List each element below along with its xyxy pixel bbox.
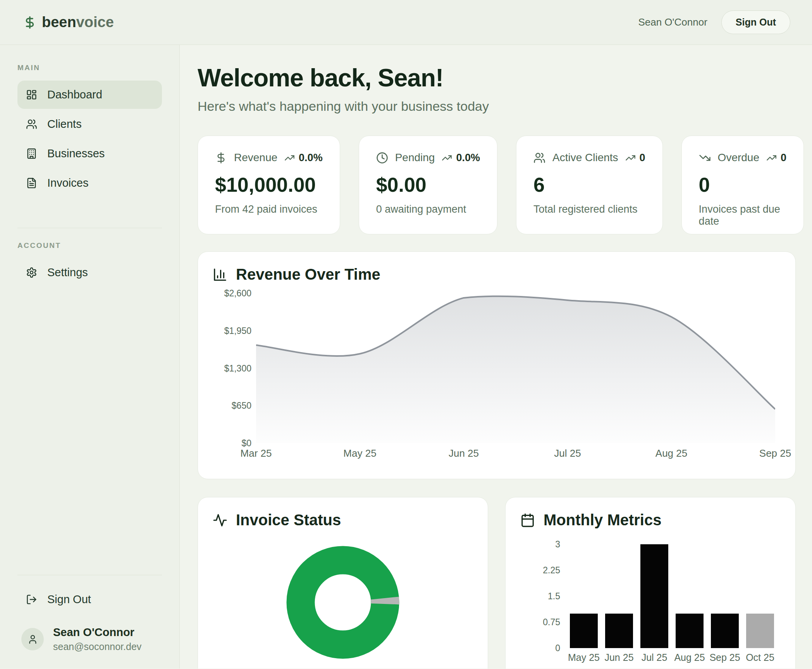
stat-label: Revenue [234,151,277,164]
x-tick-label: Sep 25 [711,652,739,663]
y-tick-label: 3 [555,539,560,550]
brand-name-secondary: voice [76,14,114,30]
building-icon [26,148,37,159]
sign-out-button[interactable]: Sign Out [721,10,790,34]
bar-oct-25 [746,614,774,648]
sidebar-user[interactable]: Sean O'Connor sean@soconnor.dev [17,626,162,652]
stat-trend-value: 0.0% [299,152,323,164]
sidebar: MAIN Dashboard Clients Businesses Invoic… [0,45,180,669]
stat-value: 6 [533,173,645,196]
bar-chart-icon [213,267,227,282]
sidebar-divider [17,575,162,575]
chart-title: Invoice Status [236,511,341,529]
avatar [21,628,44,650]
x-tick-label: Jul 25 [554,447,581,459]
y-tick-label: 0 [555,643,560,654]
user-icon [28,634,38,645]
sidebar-section-main: MAIN [17,64,162,72]
dashboard-grid-icon [26,89,37,100]
invoice-status-card: Invoice Status [198,497,488,669]
page-subtitle: Here's what's happening with your busine… [198,98,796,114]
monthly-metrics-card: Monthly Metrics 32.251.50.750 May 25Jun … [505,497,796,669]
bottom-cards-row: Invoice Status Monthly Metrics [198,497,796,669]
y-tick-label: $650 [232,401,251,411]
brand-logo[interactable]: beenvoice [23,14,114,31]
y-tick-label: $0 [241,438,251,449]
sidebar-item-label: Clients [47,118,82,131]
stat-caption: Invoices past due date [699,203,786,227]
sidebar-item-clients[interactable]: Clients [17,110,162,138]
header-user-name: Sean O'Connor [638,16,707,28]
x-tick-label: May 25 [570,652,598,663]
brand-name: beenvoice [42,14,114,31]
header-right: Sean O'Connor Sign Out [638,10,790,34]
metrics-x-axis: May 25Jun 25Jul 25Aug 25Sep 25Oct 25 [570,652,774,663]
trending-up-icon [284,153,295,163]
sidebar-divider [17,228,162,228]
x-tick-label: Oct 25 [746,652,774,663]
trending-down-icon [699,152,711,164]
chart-title: Revenue Over Time [236,266,380,283]
stat-trend-value: 0 [640,152,645,164]
activity-icon [213,513,227,528]
stats-row: Revenue 0.0% $10,000.00 From 42 paid inv… [198,136,796,234]
stat-trend: 0.0% [284,152,323,164]
stat-trend: 0 [766,152,786,164]
sidebar-item-label: Dashboard [47,88,102,101]
sidebar-item-label: Businesses [47,147,105,160]
x-tick-label: Sep 25 [759,447,791,459]
monthly-metrics-chart: 32.251.50.750 May 25Jun 25Jul 25Aug 25Se… [520,544,781,669]
sidebar-item-dashboard[interactable]: Dashboard [17,81,162,109]
dollar-sign-icon [215,152,227,164]
stat-value: 0 [699,173,786,196]
stat-trend: 0 [625,152,645,164]
trending-up-icon [766,153,777,163]
bar-jul-25 [640,544,668,648]
top-header: beenvoice Sean O'Connor Sign Out [0,0,812,45]
x-tick-label: Jun 25 [449,447,479,459]
metrics-y-axis: 32.251.50.750 [520,544,560,648]
main-content: Welcome back, Sean! Here's what's happen… [180,45,812,669]
y-tick-label: $2,600 [224,288,251,299]
stat-card-overdue: Overdue 0 0 Invoices past due date [681,136,804,234]
stat-caption: 0 awaiting payment [376,203,480,215]
users-icon [533,152,545,164]
users-icon [26,119,37,130]
revenue-over-time-card: Revenue Over Time $2,600$1,950$1,300$650… [198,251,796,479]
y-tick-label: 0.75 [543,617,560,628]
sidebar-item-label: Settings [47,266,88,279]
stat-value: $10,000.00 [215,173,323,196]
revenue-x-axis: Mar 25May 25Jun 25Jul 25Aug 25Sep 25 [256,447,775,461]
sidebar-item-invoices[interactable]: Invoices [17,169,162,197]
sidebar-sign-out[interactable]: Sign Out [17,585,162,614]
x-tick-label: Mar 25 [241,447,272,459]
revenue-chart: $2,600$1,950$1,300$650$0 Mar 25May 2 [213,293,780,464]
bar-aug-25 [676,614,704,648]
x-tick-label: Jul 25 [640,652,668,663]
dollar-sign-icon [23,16,36,29]
brand-name-primary: been [42,14,76,30]
stat-card-pending: Pending 0.0% $0.00 0 awaiting payment [359,136,497,234]
x-tick-label: Jun 25 [605,652,633,663]
stat-caption: Total registered clients [533,203,645,215]
stat-trend-value: 0 [781,152,786,164]
invoice-status-donut [213,546,473,659]
sidebar-user-name: Sean O'Connor [53,626,141,639]
x-tick-label: Aug 25 [655,447,687,459]
sign-out-label: Sign Out [47,593,91,606]
stat-card-revenue: Revenue 0.0% $10,000.00 From 42 paid inv… [198,136,340,234]
stat-value: $0.00 [376,173,480,196]
y-tick-label: 2.25 [543,565,560,576]
y-tick-label: $1,300 [224,363,251,373]
metrics-bars [570,544,774,648]
x-tick-label: Aug 25 [676,652,704,663]
file-text-icon [26,177,37,189]
sidebar-item-settings[interactable]: Settings [17,258,162,287]
trending-up-icon [442,153,452,163]
stat-label: Overdue [718,151,759,164]
sidebar-user-email: sean@soconnor.dev [53,641,141,652]
sidebar-item-businesses[interactable]: Businesses [17,139,162,168]
sidebar-bottom: Sign Out Sean O'Connor sean@soconnor.dev [17,575,162,652]
y-tick-label: $1,950 [224,325,251,336]
stat-trend: 0.0% [442,152,480,164]
